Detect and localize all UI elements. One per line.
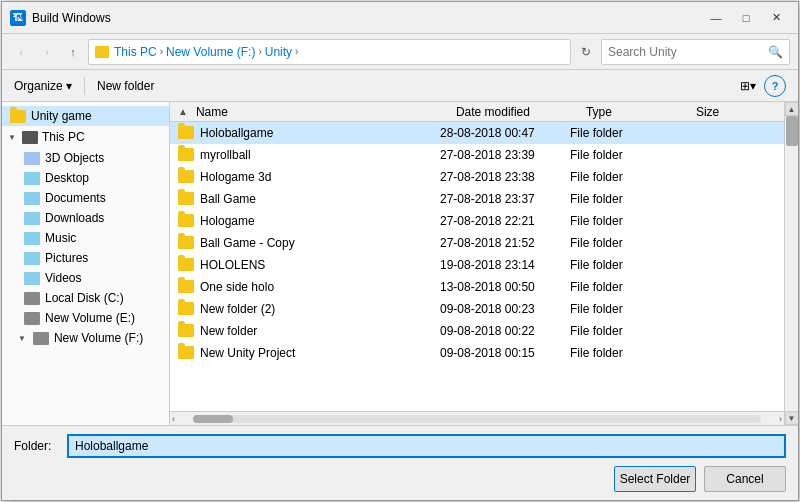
file-date: 27-08-2018 21:52: [440, 236, 570, 250]
back-button[interactable]: ‹: [10, 41, 32, 63]
expand-f-icon: ▼: [18, 334, 26, 343]
file-type: File folder: [570, 324, 680, 338]
folder-icon: [178, 236, 194, 249]
dialog-title: Build Windows: [32, 11, 702, 25]
file-date: 28-08-2018 00:47: [440, 126, 570, 140]
window-controls: — □ ✕: [702, 8, 790, 28]
sidebar-item-3d-objects[interactable]: 3D Objects: [2, 148, 169, 168]
breadcrumb-this-pc[interactable]: This PC: [114, 45, 157, 59]
title-bar: 🏗 Build Windows — □ ✕: [2, 2, 798, 34]
select-folder-button[interactable]: Select Folder: [614, 466, 696, 492]
new-folder-button[interactable]: New folder: [93, 77, 158, 95]
folder-icon: [178, 258, 194, 271]
sidebar-item-documents[interactable]: Documents: [2, 188, 169, 208]
table-row[interactable]: Hologame 27-08-2018 22:21 File folder: [170, 210, 784, 232]
sidebar-item-new-volume-f[interactable]: ▼ New Volume (F:): [2, 328, 169, 348]
music-icon: [24, 232, 40, 245]
breadcrumb-sep-3: ›: [295, 46, 298, 57]
close-button[interactable]: ✕: [762, 8, 790, 28]
sidebar-item-local-c[interactable]: Local Disk (C:): [2, 288, 169, 308]
drive-c-icon: [24, 292, 40, 305]
table-row[interactable]: Hologame 3d 27-08-2018 23:38 File folder: [170, 166, 784, 188]
file-date: 27-08-2018 23:37: [440, 192, 570, 206]
refresh-button[interactable]: ↻: [575, 41, 597, 63]
table-row[interactable]: HOLOLENS 19-08-2018 23:14 File folder: [170, 254, 784, 276]
file-pane: ▲ Name Date modified Type Size Holoballg…: [170, 102, 784, 425]
search-input[interactable]: [602, 45, 762, 59]
file-type: File folder: [570, 346, 680, 360]
minimize-button[interactable]: —: [702, 8, 730, 28]
downloads-icon: [24, 212, 40, 225]
table-row[interactable]: New folder (2) 09-08-2018 00:23 File fol…: [170, 298, 784, 320]
sort-indicator: ▲: [178, 106, 188, 117]
sidebar-label-documents: Documents: [45, 191, 106, 205]
file-name: One side holo: [200, 280, 440, 294]
cancel-button[interactable]: Cancel: [704, 466, 786, 492]
sidebar-label-local-c: Local Disk (C:): [45, 291, 124, 305]
table-row[interactable]: New folder 09-08-2018 00:22 File folder: [170, 320, 784, 342]
scroll-down-button[interactable]: ▼: [785, 411, 799, 425]
file-date: 27-08-2018 22:21: [440, 214, 570, 228]
sidebar-this-pc[interactable]: ▼ This PC: [2, 126, 169, 148]
breadcrumb: This PC › New Volume (F:) › Unity ›: [88, 39, 571, 65]
sidebar-item-desktop[interactable]: Desktop: [2, 168, 169, 188]
sidebar-label-this-pc: This PC: [42, 130, 85, 144]
table-row[interactable]: myrollball 27-08-2018 23:39 File folder: [170, 144, 784, 166]
hscroll-left[interactable]: ‹: [172, 414, 175, 424]
file-type: File folder: [570, 302, 680, 316]
view-button[interactable]: ⊞▾: [736, 77, 760, 95]
folder-icon: [178, 324, 194, 337]
file-type: File folder: [570, 214, 680, 228]
search-box: 🔍: [601, 39, 790, 65]
sidebar-item-music[interactable]: Music: [2, 228, 169, 248]
breadcrumb-unity[interactable]: Unity: [265, 45, 292, 59]
folder-icon: [95, 46, 109, 58]
maximize-button[interactable]: □: [732, 8, 760, 28]
table-row[interactable]: One side holo 13-08-2018 00:50 File fold…: [170, 276, 784, 298]
file-list: Holoballgame 28-08-2018 00:47 File folde…: [170, 122, 784, 411]
scroll-track: [785, 116, 799, 411]
table-row[interactable]: Holoballgame 28-08-2018 00:47 File folde…: [170, 122, 784, 144]
file-type: File folder: [570, 148, 680, 162]
toolbar: ‹ › ↑ This PC › New Volume (F:) › Unity …: [2, 34, 798, 70]
breadcrumb-sep-2: ›: [258, 46, 261, 57]
hscroll-right[interactable]: ›: [779, 414, 782, 424]
drive-f-icon: [33, 332, 49, 345]
folder-input-row: Folder:: [14, 434, 786, 458]
col-header-date[interactable]: Date modified: [452, 103, 582, 121]
sidebar-item-new-volume-e[interactable]: New Volume (E:): [2, 308, 169, 328]
table-row[interactable]: Ball Game 27-08-2018 23:37 File folder: [170, 188, 784, 210]
file-type: File folder: [570, 280, 680, 294]
pictures-icon: [24, 252, 40, 265]
file-name: Hologame: [200, 214, 440, 228]
forward-button[interactable]: ›: [36, 41, 58, 63]
table-row[interactable]: Ball Game - Copy 27-08-2018 21:52 File f…: [170, 232, 784, 254]
file-name: New folder: [200, 324, 440, 338]
sidebar-item-downloads[interactable]: Downloads: [2, 208, 169, 228]
file-type: File folder: [570, 126, 680, 140]
file-name: Hologame 3d: [200, 170, 440, 184]
folder-input[interactable]: [67, 434, 786, 458]
col-header-size[interactable]: Size: [692, 103, 762, 121]
horizontal-scrollbar[interactable]: ‹ ›: [170, 411, 784, 425]
up-button[interactable]: ↑: [62, 41, 84, 63]
hscroll-thumb[interactable]: [193, 415, 233, 423]
breadcrumb-new-volume[interactable]: New Volume (F:): [166, 45, 255, 59]
col-header-type[interactable]: Type: [582, 103, 692, 121]
drive-e-icon: [24, 312, 40, 325]
sidebar-item-pictures[interactable]: Pictures: [2, 248, 169, 268]
col-header-name[interactable]: Name: [192, 103, 452, 121]
breadcrumb-sep-1: ›: [160, 46, 163, 57]
scroll-up-button[interactable]: ▲: [785, 102, 799, 116]
organize-button[interactable]: Organize ▾: [10, 77, 76, 95]
file-date: 27-08-2018 23:38: [440, 170, 570, 184]
file-name: Ball Game - Copy: [200, 236, 440, 250]
sidebar-item-unity-game[interactable]: Unity game: [2, 106, 169, 126]
sidebar-label-music: Music: [45, 231, 76, 245]
file-type: File folder: [570, 192, 680, 206]
sidebar-item-videos[interactable]: Videos: [2, 268, 169, 288]
scroll-thumb[interactable]: [786, 116, 798, 146]
help-button[interactable]: ?: [764, 75, 786, 97]
table-row[interactable]: New Unity Project 09-08-2018 00:15 File …: [170, 342, 784, 364]
folder-icon: [178, 170, 194, 183]
